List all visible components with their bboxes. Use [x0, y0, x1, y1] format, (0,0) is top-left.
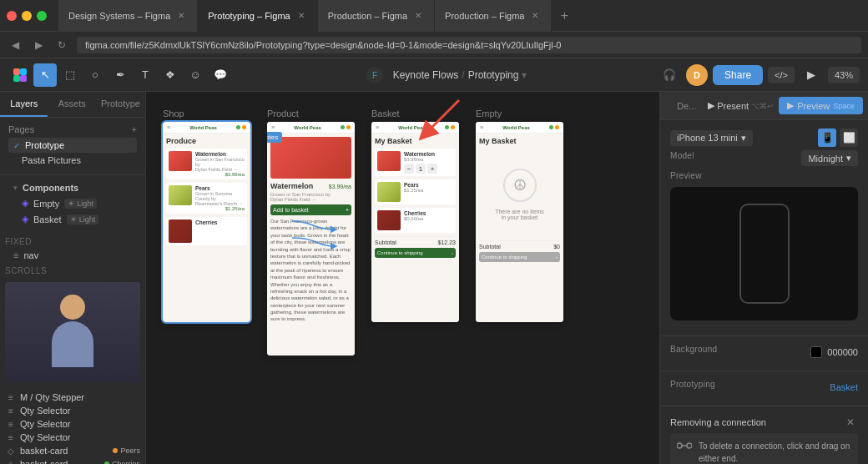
status-dot — [341, 125, 345, 129]
sidebar-item-nav[interactable]: ≡ nav — [0, 248, 145, 263]
qty-value: 1 — [416, 164, 426, 174]
layer-m-qty[interactable]: ≡ M / Qty Stepper — [0, 391, 145, 404]
layer-qty-sel-3[interactable]: ≡ Qty Selector — [0, 431, 145, 444]
removing-connection-close[interactable]: ✕ — [843, 415, 858, 430]
tab-design-systems[interactable]: Design Systems – Figma ✕ — [58, 0, 198, 32]
continue-shipping-btn[interactable]: Continue to shipping › — [375, 248, 456, 258]
user-avatar[interactable]: D — [686, 64, 708, 86]
color-swatch[interactable] — [810, 346, 822, 358]
empty-text: There are no itemsin your basket — [495, 209, 544, 220]
breadcrumb-page[interactable]: Prototyping — [468, 69, 519, 81]
frame-basket-box[interactable]: ≡ World Peas My Basket — [371, 122, 459, 322]
comment-tool[interactable]: 💬 — [209, 63, 232, 87]
basket-cherries-info: Cherries $0.60/ea — [404, 210, 453, 230]
breadcrumb-app: Keynote Flows — [393, 69, 459, 81]
refresh-button[interactable]: ↻ — [53, 37, 70, 53]
layer-label: Qty Selector — [20, 406, 140, 416]
page-label: Pasta Pictures — [22, 155, 81, 165]
phone-icon[interactable]: 📱 — [818, 129, 836, 147]
preview-button[interactable]: ▶ Preview Space — [779, 97, 863, 114]
zoom-control[interactable]: 43% — [828, 67, 860, 83]
status-dot — [445, 125, 449, 129]
svg-rect-0 — [13, 68, 20, 75]
shape-tool[interactable]: ○ — [83, 63, 107, 87]
forward-button[interactable]: ▶ — [30, 37, 47, 53]
right-panel-content: iPhone 13 mini ▾ 📱 ⬜ Model Midnight ▾ P — [660, 120, 868, 464]
frame-shop-box[interactable]: Basket ✎ ↗ ≡ World Peas — [163, 122, 250, 322]
empty-basket-content: My Basket ☮ There are no itemsin your ba… — [476, 134, 563, 265]
sidebar-item-prototype[interactable]: ✓ Prototype — [8, 138, 137, 153]
new-tab-button[interactable]: + — [552, 0, 577, 32]
frame-empty[interactable]: Empty ≡ World Peas My Basket — [476, 108, 563, 356]
subtotal-value: $12.23 — [438, 240, 456, 245]
pen-tool[interactable]: ✒ — [108, 63, 132, 87]
frame-shop[interactable]: Shop Basket ✎ ↗ ≡ — [163, 108, 250, 356]
phone-ui-empty: ≡ World Peas My Basket ☮ There are — [476, 122, 563, 322]
phone-header-basket: ≡ World Peas — [371, 122, 459, 134]
tab-production-2[interactable]: Production – Figma ✕ — [435, 0, 552, 32]
share-button[interactable]: Share — [713, 65, 763, 85]
code-button[interactable]: </> — [768, 67, 795, 83]
device-selector[interactable]: iPhone 13 mini ▾ — [670, 130, 753, 146]
sidebar-tab-prototype[interactable]: Prototype — [96, 92, 145, 117]
expand-icon: ▾ — [13, 184, 18, 192]
back-button[interactable]: ◀ — [7, 37, 23, 53]
svg-point-8 — [677, 443, 682, 448]
url-input[interactable] — [77, 37, 861, 53]
tablet-icon[interactable]: ⬜ — [840, 129, 858, 147]
sidebar-item-components-header[interactable]: ▾ Components — [8, 180, 137, 195]
minimize-traffic-light[interactable] — [22, 11, 32, 21]
product-hero-image — [270, 137, 351, 179]
maximize-traffic-light[interactable] — [37, 11, 47, 21]
addnotes-badge: + Addnotes — [267, 132, 282, 143]
prototyping-label: Prototyping — [670, 380, 715, 389]
peer-badge: Peers — [113, 446, 140, 455]
model-selector[interactable]: Midnight ▾ — [801, 150, 858, 166]
tab-close-icon[interactable]: ✕ — [295, 10, 307, 22]
select-tool[interactable]: ↖ — [33, 63, 57, 87]
sidebar-item-pasta[interactable]: Pasta Pictures — [8, 153, 137, 168]
subtotal-row: Subtotal $12.23 Continue to shipping › — [375, 236, 456, 258]
chevron-down-icon: ▾ — [846, 153, 851, 164]
phone-logo-basket: World Peas — [398, 125, 426, 130]
frame-product[interactable]: Product + Addnotes ≡ World Peas — [267, 108, 355, 356]
tab-prototyping[interactable]: Prototyping – Figma ✕ — [198, 0, 317, 32]
tab-close-icon[interactable]: ✕ — [412, 10, 424, 22]
tab-close-icon[interactable]: ✕ — [529, 10, 541, 22]
qty-plus[interactable]: + — [427, 164, 437, 174]
tab-production-1[interactable]: Production – Figma ✕ — [318, 0, 435, 32]
figma-menu-button[interactable] — [8, 63, 32, 87]
hand-tool[interactable]: ☺ — [184, 63, 207, 87]
sidebar-item-basket[interactable]: ◈ Basket ☀ Light — [8, 211, 137, 227]
frame-basket[interactable]: Basket ≡ World Peas My Basket — [371, 108, 459, 356]
tab-close-icon[interactable]: ✕ — [175, 10, 187, 22]
qty-minus[interactable]: − — [404, 164, 414, 174]
sidebar-item-empty[interactable]: ◈ Empty ☀ Light — [8, 195, 137, 211]
toolbar-right: 🎧 D Share </> ▶ 43% — [658, 63, 860, 87]
layer-qty-sel-2[interactable]: ≡ Qty Selector — [0, 417, 145, 431]
text-tool[interactable]: T — [134, 63, 157, 87]
design-mode-tab[interactable]: De... — [670, 98, 703, 113]
close-traffic-light[interactable] — [7, 11, 17, 21]
layer-qty-sel-1[interactable]: ≡ Qty Selector — [0, 404, 145, 417]
frame-product-box[interactable]: + Addnotes ≡ World Peas — [267, 122, 355, 356]
layer-basket-card-2[interactable]: ◇ basket-card Cherries — [0, 457, 145, 464]
audio-icon[interactable]: 🎧 — [658, 63, 681, 87]
sidebar-tab-layers[interactable]: Layers — [0, 92, 48, 117]
canvas[interactable]: Shop Basket ✎ ↗ ≡ — [146, 92, 659, 464]
sidebar-tab-assets[interactable]: Assets — [48, 92, 95, 117]
frame-tool[interactable]: ⬚ — [58, 63, 82, 87]
layer-basket-card-1[interactable]: ◇ basket-card Peers — [0, 444, 145, 457]
pear-price: $1.25/ea — [195, 206, 245, 211]
play-prototype-button[interactable]: ▶ — [800, 63, 823, 87]
present-button[interactable]: ▶ Present ⌥⌘↩ — [708, 100, 774, 111]
layer-icon: ≡ — [5, 433, 17, 442]
add-to-basket-btn[interactable]: Add to basket + — [270, 204, 351, 215]
component-tool[interactable]: ❖ — [159, 63, 182, 87]
product-name: Watermelon — [270, 182, 313, 190]
add-page-button[interactable]: + — [132, 124, 137, 134]
frame-empty-box[interactable]: ≡ World Peas My Basket ☮ There are — [476, 122, 563, 322]
basket-cherries: Cherries $0.60/ea — [375, 208, 456, 233]
removing-connection-info: To delete a connection, click and drag o… — [670, 433, 858, 464]
produce-title: Produce — [166, 137, 247, 145]
